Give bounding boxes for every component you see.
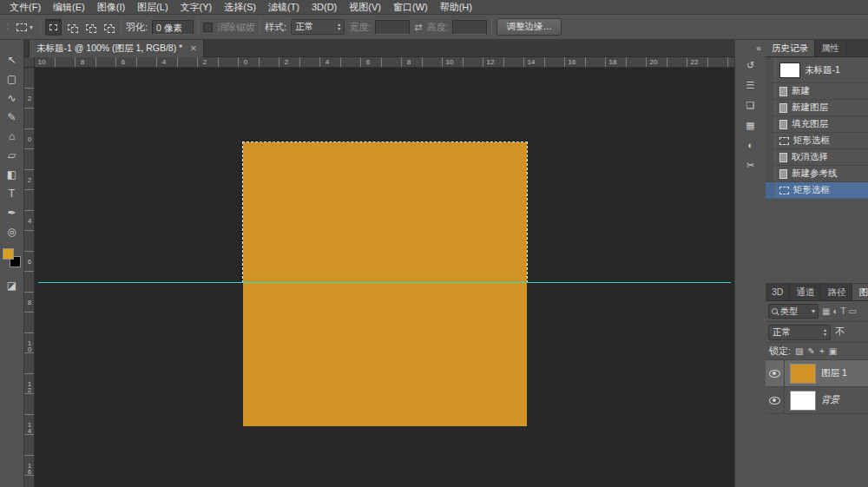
menu-item[interactable]: 选择(S) xyxy=(218,0,262,14)
ruler-label: 22 xyxy=(689,58,700,66)
close-icon[interactable]: × xyxy=(190,44,196,53)
options-bar-grip[interactable]: ⁞⁞ xyxy=(3,23,10,32)
document-state-icon xyxy=(779,87,787,96)
chevron-down-icon: ▾ xyxy=(812,307,815,315)
lock-transparency-icon[interactable]: ▨ xyxy=(795,346,803,356)
history-item[interactable]: 矩形选框 xyxy=(766,133,868,149)
history-item[interactable]: 矩形选框 xyxy=(766,182,868,199)
snapshot-row[interactable]: 未标题-1 xyxy=(766,57,868,83)
menu-item[interactable]: 视图(V) xyxy=(343,0,387,14)
collapsed-channels-icon[interactable]: ▦ xyxy=(741,117,760,133)
width-input[interactable] xyxy=(375,20,410,35)
type-filter-icon[interactable]: T xyxy=(841,306,846,316)
lasso-tool[interactable]: ∿ xyxy=(2,89,23,108)
collapsed-properties-icon[interactable]: ☰ xyxy=(741,77,760,93)
selection-mode-group xyxy=(45,19,116,36)
pixel-filter-icon[interactable]: ▦ xyxy=(822,306,830,316)
antialias-checkbox[interactable] xyxy=(203,23,213,32)
antialias-label: 消除锯齿 xyxy=(217,21,255,34)
history-tab-0[interactable]: 历史记录 xyxy=(766,40,815,56)
blend-mode-dropdown[interactable]: 正常 xyxy=(768,325,831,340)
layer-row[interactable]: 图层 1 xyxy=(766,360,868,387)
ruler-label: 4 xyxy=(159,58,169,66)
lock-paint-icon[interactable]: ✎ xyxy=(808,346,815,356)
layers-panel: 3D通道路径图层 类型 ▾ ▦◐T▭ 正常 不 锁定: ▨✎+▣ 图层 1背景 xyxy=(766,283,868,487)
layers-tab-3[interactable]: 图层 xyxy=(852,284,868,300)
move-tool[interactable]: ↖ xyxy=(2,50,23,69)
history-source-toggle[interactable] xyxy=(766,100,775,115)
eraser-tool[interactable]: ▱ xyxy=(2,146,23,165)
lock-label: 锁定: xyxy=(769,345,791,358)
history-item[interactable]: 取消选择 xyxy=(766,149,868,166)
lock-position-icon[interactable]: + xyxy=(819,346,825,356)
menu-item[interactable]: 滤镜(T) xyxy=(262,0,306,14)
menu-item[interactable]: 图像(I) xyxy=(91,0,131,14)
history-source-toggle[interactable] xyxy=(766,182,775,198)
history-item[interactable]: 新建图层 xyxy=(766,100,868,116)
layers-tab-0[interactable]: 3D xyxy=(766,284,790,300)
guide-line[interactable] xyxy=(38,282,731,283)
menu-item[interactable]: 文件(F) xyxy=(3,0,47,14)
history-item[interactable]: 新建 xyxy=(766,83,868,100)
ruler-label: 4 xyxy=(322,58,332,66)
document-tab[interactable]: 未标题-1 @ 100% (图层 1, RGB/8) * × xyxy=(29,40,204,57)
adjustment-filter-icon[interactable]: ◐ xyxy=(832,306,838,316)
lock-all-icon[interactable]: ▣ xyxy=(829,346,837,356)
marquee-tool[interactable]: ▢ xyxy=(2,69,23,89)
menu-item[interactable]: 图层(L) xyxy=(131,0,174,14)
ruler-label: 12 xyxy=(485,58,496,66)
history-source-toggle[interactable] xyxy=(766,83,775,99)
collapse-panels-icon[interactable]: « xyxy=(756,43,761,53)
brush-tool[interactable]: ✎ xyxy=(2,108,23,127)
visibility-toggle[interactable] xyxy=(766,360,785,386)
color-swatches[interactable] xyxy=(3,248,22,267)
swap-dimensions-icon[interactable]: ⇄ xyxy=(414,22,422,33)
history-source-toggle[interactable] xyxy=(766,166,775,181)
document-state-icon xyxy=(779,120,787,129)
menu-item[interactable]: 帮助(H) xyxy=(434,0,478,14)
filter-type-dropdown[interactable]: 类型 ▾ xyxy=(768,304,819,319)
layers-tab-1[interactable]: 通道 xyxy=(790,284,821,300)
collapsed-history-icon[interactable]: ↺ xyxy=(741,57,760,73)
ruler-label: 4 xyxy=(26,218,33,224)
layer-thumbnail[interactable] xyxy=(790,391,816,411)
style-dropdown[interactable]: 正常 xyxy=(291,19,345,35)
refine-edge-button[interactable]: 调整边缘… xyxy=(496,18,562,36)
foreground-color-swatch[interactable] xyxy=(3,248,14,260)
history-item[interactable]: 新建参考线 xyxy=(766,166,868,182)
text-tool[interactable]: T xyxy=(2,184,23,203)
feather-input[interactable]: 0 像素 xyxy=(152,20,194,35)
gradient-tool[interactable]: ◧ xyxy=(2,165,23,184)
layer-row[interactable]: 背景 xyxy=(766,387,868,414)
history-source-toggle[interactable] xyxy=(766,133,775,148)
history-source-toggle[interactable] xyxy=(766,116,775,132)
clone-stamp-tool[interactable]: ⌂ xyxy=(2,127,23,146)
layer-thumbnail[interactable] xyxy=(790,364,816,384)
history-item[interactable]: 填充图层 xyxy=(766,116,868,133)
history-source-toggle[interactable] xyxy=(766,57,775,82)
quick-mask-button[interactable]: ◪ xyxy=(2,276,23,295)
add-to-selection-button[interactable] xyxy=(63,19,80,36)
subtract-from-selection-button[interactable] xyxy=(82,19,98,36)
history-tab-1[interactable]: 属性 xyxy=(815,40,846,56)
history-source-toggle[interactable] xyxy=(766,149,775,165)
zoom-tool[interactable]: ◎ xyxy=(2,222,23,241)
visibility-toggle[interactable] xyxy=(766,387,785,413)
menu-item[interactable]: 窗口(W) xyxy=(387,0,434,14)
menu-item[interactable]: 3D(D) xyxy=(306,0,343,14)
hruler[interactable]: 1086420246810121416182022 xyxy=(35,57,734,68)
pen-tool[interactable]: ✒ xyxy=(2,203,23,222)
layers-tab-2[interactable]: 路径 xyxy=(821,284,852,300)
menu-item[interactable]: 文字(Y) xyxy=(174,0,219,14)
collapsed-adjustments-icon[interactable]: ◐ xyxy=(741,137,760,153)
canvas[interactable] xyxy=(35,68,734,487)
vruler[interactable]: 20246810121416 xyxy=(24,68,35,487)
intersect-selection-button[interactable] xyxy=(100,19,116,36)
height-input[interactable] xyxy=(452,20,487,35)
collapsed-layers-icon[interactable]: ❏ xyxy=(741,97,760,113)
new-selection-button[interactable] xyxy=(45,19,62,36)
collapsed-tools-icon[interactable]: ✂ xyxy=(741,157,760,173)
tool-preset-picker[interactable]: ▾ xyxy=(14,22,36,33)
shape-filter-icon[interactable]: ▭ xyxy=(849,306,857,316)
menu-item[interactable]: 编辑(E) xyxy=(47,0,91,14)
